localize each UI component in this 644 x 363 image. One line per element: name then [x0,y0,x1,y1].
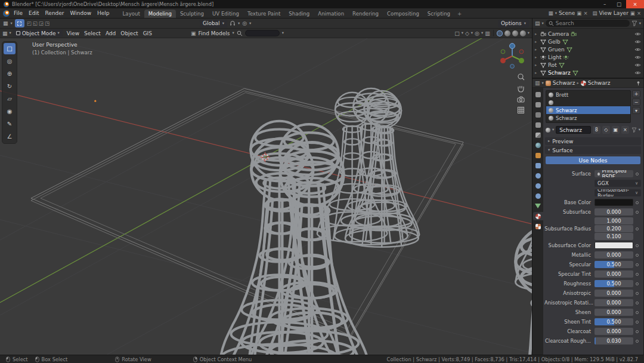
decorator-dot[interactable] [636,173,639,176]
view-layer-name[interactable]: View Layer [599,10,628,16]
transform-orientation-dropdown[interactable]: Global ▾ [200,20,227,27]
shading-solid-icon[interactable] [504,30,510,36]
menu-file[interactable]: File [11,10,26,17]
tool-cursor[interactable]: ◎ [4,56,16,67]
select-intersect-icon[interactable]: ◳ [45,20,49,26]
slot-specials-button[interactable]: ▾ [632,107,640,114]
chevron-down-icon[interactable]: ▾ [233,31,234,35]
add-slot-button[interactable]: + [632,90,640,97]
workspace-tab-uv-editing[interactable]: UV Editing [208,10,243,18]
breadcrumb-material[interactable]: Schwarz [588,80,611,86]
shading-wireframe-icon[interactable] [497,30,503,36]
properties-tab-render[interactable] [533,100,543,109]
properties-tab-particles[interactable] [533,171,543,180]
material-name-field[interactable]: Schwarz [556,126,590,134]
material-slot-schwarz[interactable]: Schwarz [546,106,630,114]
mode-dropdown[interactable]: Object Mode ▾ [13,29,63,37]
decorator-dot[interactable] [636,321,639,324]
workspace-tab-compositing[interactable]: Compositing [383,10,423,18]
chevron-down-icon[interactable]: ▾ [542,21,544,26]
prop-slider-sheen-tint[interactable]: 0.500 [595,318,633,325]
prop-menu-principled-bsdf[interactable]: Principled BSDF [595,170,633,177]
prop-color-subsurface-color[interactable] [595,242,633,249]
visibility-eye-icon[interactable] [634,55,641,60]
decorator-dot[interactable] [636,263,639,266]
active-tool-box-select[interactable] [15,19,24,27]
decorator-dot[interactable] [636,282,639,285]
unlink-material-button[interactable]: × [621,126,629,134]
properties-tab-physics[interactable] [533,182,543,190]
menu-window[interactable]: Window [67,10,95,17]
expand-icon[interactable]: ▸ [535,47,538,52]
perspective-toggle-icon[interactable] [518,107,524,113]
prop-dropdown-christensen-burley[interactable]: Christensen-Burley∨ [595,189,641,196]
proportional-editing-icon[interactable]: ◎ [242,20,247,26]
preview-panel-header[interactable]: ▸ Preview [545,137,641,145]
breadcrumb-object[interactable]: Schwarz [553,80,575,86]
tool-rotate[interactable]: ↻ [4,81,16,92]
minimize-button[interactable]: – [597,0,612,8]
filter-funnel-icon[interactable] [631,20,637,26]
zoom-icon[interactable] [518,74,524,80]
chevron-down-icon[interactable]: ▾ [639,21,641,26]
menu-help[interactable]: Help [94,10,113,17]
menu-render[interactable]: Render [42,10,67,17]
chevron-down-icon[interactable]: ▾ [462,31,463,35]
decorator-dot[interactable] [636,311,639,314]
properties-tab-scene[interactable] [533,131,543,139]
remove-slot-button[interactable]: − [632,99,640,106]
viewport-menu-object[interactable]: Object [118,30,140,36]
fake-user-shield-icon[interactable]: ◇ [602,126,610,134]
gizmos-icon[interactable]: ◇ [465,30,469,36]
remove-view-layer-icon[interactable]: × [637,10,641,16]
prop-slider-clearcoat[interactable]: 0.000 [595,328,633,335]
properties-tab-tool[interactable] [533,90,543,99]
close-button[interactable]: × [626,0,644,8]
browse-scene-icon[interactable]: ▦ [549,10,553,16]
surface-panel-header[interactable]: ▾ Surface [545,146,641,154]
decorator-dot[interactable] [636,292,639,295]
editor-type-icon[interactable]: ▦ [2,30,8,36]
snap-magnet-icon[interactable] [230,20,236,26]
properties-tab-world[interactable] [533,141,543,149]
chevron-down-icon[interactable]: ▾ [639,128,640,132]
tool-scale[interactable]: ▱ [4,93,16,104]
material-slot-brett[interactable]: Brett [546,91,630,99]
prop-slider-sheen[interactable]: 0.000 [595,309,633,316]
camera-view-icon[interactable] [518,97,524,102]
filter-funnel-icon[interactable] [631,127,637,133]
chevron-down-icon[interactable]: ▾ [542,81,544,85]
scene-name[interactable]: Scene [559,10,575,16]
properties-tab-texture[interactable] [533,222,543,230]
workspace-tab-animation[interactable]: Animation [314,10,348,18]
select-extend-icon[interactable]: ◱ [33,20,38,26]
viewport-menu-select[interactable]: Select [82,30,103,36]
prop-slider-specular-tint[interactable]: 0.000 [595,270,633,278]
material-slot-schwarz[interactable]: Schwarz [546,114,630,122]
shading-rendered-icon[interactable] [520,30,526,36]
expand-icon[interactable]: ▸ [535,39,538,44]
chevron-down-icon[interactable]: ▾ [481,31,483,35]
tool-transform[interactable]: ◉ [4,106,16,117]
chevron-down-icon[interactable]: ▾ [282,31,284,35]
find-models-label[interactable]: Find Models [198,30,230,36]
visibility-eye-icon[interactable] [634,47,641,52]
overlays-icon[interactable]: ◎ [475,30,479,36]
outliner-item-gruen[interactable]: ▸Gruen [532,45,643,53]
outliner-item-schwarz[interactable]: ▸Schwarz [532,69,643,76]
tool-annotate[interactable]: ✎ [4,118,16,130]
prop-slider-subsurface[interactable]: 0.000 [595,208,633,216]
outliner-search-input[interactable]: Search [546,20,630,27]
visibility-eye-icon[interactable] [634,32,641,36]
workspace-tab-texture-paint[interactable]: Texture Paint [243,10,284,18]
material-users-count[interactable]: 8 [593,126,600,134]
unlink-scene-icon[interactable]: × [583,10,587,16]
shading-material-icon[interactable] [512,30,518,36]
expand-icon[interactable]: ▸ [535,70,538,75]
vector-field[interactable]: 0.200 [595,225,633,232]
prop-color-base-color[interactable] [595,199,633,206]
workspace-tab-shading[interactable]: Shading [284,10,314,18]
add-workspace-button[interactable]: + [454,10,465,18]
new-view-layer-icon[interactable]: ▣ [630,10,635,16]
prop-dropdown-ggx[interactable]: GGX∨ [595,180,641,187]
